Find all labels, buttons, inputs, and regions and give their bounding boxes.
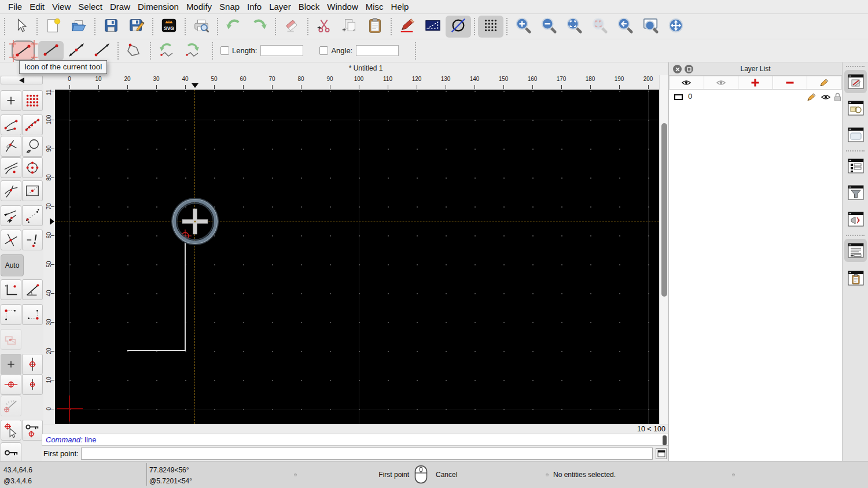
unlock-relative-zero-button[interactable] bbox=[1, 442, 21, 463]
highlight-entity-button[interactable] bbox=[1, 329, 21, 350]
line-horizontal-button[interactable] bbox=[89, 41, 115, 61]
polyline-undo-button[interactable] bbox=[154, 41, 179, 61]
layer-edit-icon[interactable] bbox=[807, 93, 816, 102]
coordinates-polar-button[interactable] bbox=[22, 279, 43, 300]
svg-export-button[interactable]: SVG bbox=[156, 16, 182, 38]
set-relative-zero-button[interactable] bbox=[22, 354, 43, 375]
snap-on-entity-button[interactable] bbox=[22, 114, 43, 135]
vertical-scrollbar-thumb[interactable] bbox=[661, 123, 667, 297]
pan-button[interactable] bbox=[663, 16, 689, 38]
menu-item-file[interactable]: File bbox=[8, 2, 22, 12]
line-angle-button[interactable] bbox=[64, 41, 89, 61]
polyline-button[interactable] bbox=[122, 41, 147, 61]
edit-layer-button[interactable] bbox=[807, 76, 842, 90]
lock-relative-zero-button[interactable] bbox=[22, 420, 43, 441]
horizontal-scrollbar[interactable]: 10 < 100 bbox=[43, 424, 668, 434]
menu-item-select[interactable]: Select bbox=[78, 2, 102, 12]
restrict-order-button[interactable] bbox=[22, 205, 43, 226]
point-order-21-button[interactable] bbox=[22, 304, 43, 325]
command-history-scrollbar[interactable] bbox=[663, 435, 667, 445]
line-two-points-button[interactable] bbox=[38, 41, 64, 61]
paste-button[interactable] bbox=[362, 16, 388, 38]
command-line-widget-button[interactable] bbox=[844, 239, 867, 262]
menu-item-misc[interactable]: Misc bbox=[366, 2, 384, 12]
snap-auto-button[interactable]: Auto bbox=[1, 254, 24, 276]
print-preview-button[interactable] bbox=[189, 16, 214, 38]
undo-button[interactable] bbox=[221, 16, 247, 38]
vertical-scrollbar[interactable] bbox=[659, 75, 668, 424]
snap-intersection-button[interactable] bbox=[1, 180, 21, 201]
layer-color-swatch[interactable] bbox=[674, 94, 683, 100]
command-widget-button[interactable] bbox=[844, 208, 867, 231]
menu-item-snap[interactable]: Snap bbox=[219, 2, 240, 12]
layer-visibility-icon[interactable] bbox=[821, 93, 831, 101]
snap-center-button[interactable] bbox=[22, 136, 43, 157]
entity-list-widget-button[interactable] bbox=[844, 154, 867, 178]
angle-checkbox[interactable] bbox=[319, 46, 328, 55]
polyline-redo-button[interactable] bbox=[179, 41, 205, 61]
command-history-scrollbar-thumb[interactable] bbox=[663, 435, 667, 445]
zoom-out-button[interactable] bbox=[536, 16, 561, 38]
save-as-button[interactable] bbox=[124, 16, 149, 38]
save-button[interactable] bbox=[98, 16, 124, 38]
redo-button[interactable] bbox=[247, 16, 272, 38]
snap-tangent-button[interactable] bbox=[1, 157, 21, 178]
line-exclamation-button[interactable] bbox=[22, 230, 43, 250]
restrict-orthogonal-button[interactable] bbox=[1, 205, 21, 226]
copy-button[interactable] bbox=[337, 16, 362, 38]
pick-reference-point-button[interactable] bbox=[1, 420, 21, 441]
zoom-in-button[interactable] bbox=[510, 16, 536, 38]
block-list-widget-button[interactable] bbox=[844, 97, 867, 120]
relative-zero-horizontal-button[interactable] bbox=[1, 374, 21, 395]
open-file-button[interactable] bbox=[66, 16, 91, 38]
menu-item-block[interactable]: Block bbox=[299, 2, 320, 12]
zoom-window-button[interactable] bbox=[638, 16, 663, 38]
new-document-button[interactable] bbox=[41, 16, 66, 38]
relative-zero-small-button[interactable] bbox=[22, 374, 43, 395]
delete-button[interactable] bbox=[279, 16, 304, 38]
show-all-layers-button[interactable] bbox=[669, 76, 704, 90]
drawing-options-button[interactable] bbox=[420, 16, 446, 38]
layer-list-widget-button[interactable] bbox=[844, 70, 867, 93]
cut-button[interactable] bbox=[311, 16, 337, 38]
clipboard-widget-button[interactable] bbox=[844, 267, 867, 290]
point-order-12-button[interactable] bbox=[1, 304, 21, 325]
undock-panel-button[interactable] bbox=[685, 65, 693, 73]
grid-toggle-button[interactable] bbox=[478, 16, 503, 38]
angle-input[interactable] bbox=[356, 45, 399, 56]
menu-item-view[interactable]: View bbox=[52, 2, 71, 12]
library-widget-button[interactable] bbox=[844, 123, 867, 146]
menu-item-layer[interactable]: Layer bbox=[269, 2, 291, 12]
draft-mode-button[interactable] bbox=[446, 16, 471, 38]
snap-middle-button[interactable] bbox=[22, 180, 43, 201]
menu-item-help[interactable]: Help bbox=[391, 2, 409, 12]
remove-layer-button[interactable] bbox=[773, 76, 808, 90]
snap-quadrant-button[interactable] bbox=[22, 157, 43, 178]
zoom-selection-button[interactable] bbox=[587, 16, 612, 38]
layer-row[interactable]: 0 bbox=[669, 91, 842, 103]
hide-all-layers-button[interactable] bbox=[704, 76, 739, 90]
menu-item-modify[interactable]: Modify bbox=[186, 2, 212, 12]
menu-item-edit[interactable]: Edit bbox=[30, 2, 45, 12]
zoom-previous-button[interactable] bbox=[612, 16, 638, 38]
menu-item-info[interactable]: Info bbox=[247, 2, 262, 12]
layer-lock-icon[interactable] bbox=[834, 93, 841, 102]
add-layer-button[interactable] bbox=[738, 76, 773, 90]
zoom-auto-button[interactable] bbox=[561, 16, 587, 38]
command-keyboard-toggle-button[interactable] bbox=[656, 448, 667, 459]
coordinates-cartesian-button[interactable] bbox=[1, 279, 21, 300]
snap-perpendicular-button[interactable] bbox=[1, 136, 21, 157]
cursor-tool-button[interactable] bbox=[8, 16, 34, 38]
menu-item-window[interactable]: Window bbox=[327, 2, 358, 12]
snap-endpoints-button[interactable] bbox=[1, 114, 21, 135]
angle-gauge-button[interactable] bbox=[1, 395, 21, 416]
pen-options-button[interactable] bbox=[395, 16, 420, 38]
snap-grid-button[interactable] bbox=[22, 90, 43, 111]
sidebar-back-button[interactable] bbox=[1, 76, 43, 84]
close-panel-button[interactable] bbox=[673, 65, 682, 73]
length-input[interactable] bbox=[260, 45, 303, 56]
filter-widget-button[interactable] bbox=[844, 181, 867, 204]
length-checkbox[interactable] bbox=[220, 46, 229, 55]
menu-item-dimension[interactable]: Dimension bbox=[138, 2, 179, 12]
relative-zero-plus-button[interactable] bbox=[1, 354, 21, 375]
